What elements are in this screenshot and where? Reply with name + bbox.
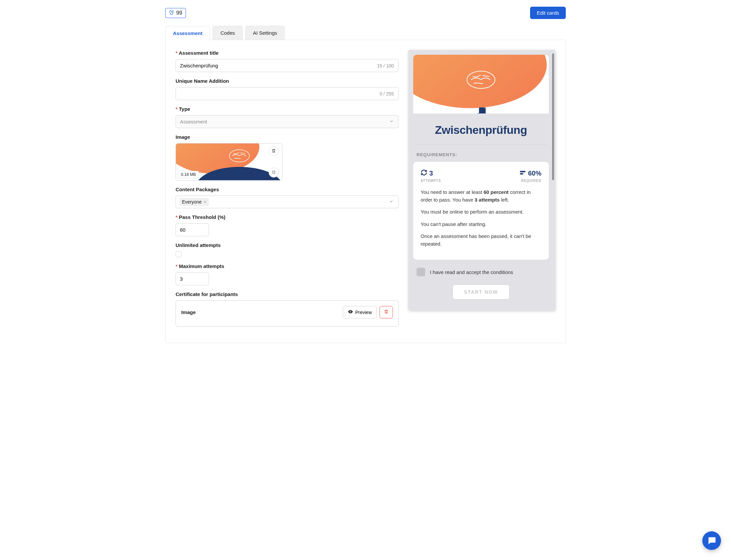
content-package-tag: Everyone ×	[179, 198, 209, 206]
brain-icon	[226, 148, 253, 164]
unlimited-attempts-label: Unlimited attempts	[176, 242, 399, 248]
pass-threshold-label: Pass Threshold (%)	[176, 214, 399, 220]
refresh-icon	[421, 169, 427, 178]
tabs: Assessment Codes AI Settings	[165, 26, 566, 40]
requirements-heading: Requirements:	[417, 152, 549, 157]
tab-codes[interactable]: Codes	[213, 26, 242, 40]
certificate-badge-icon	[474, 106, 488, 113]
svg-rect-6	[520, 173, 523, 175]
preview-header-image	[413, 55, 549, 113]
id-badge-value: 99	[176, 10, 182, 16]
preview-scrollbar[interactable]	[552, 53, 554, 180]
tag-remove-icon[interactable]: ×	[204, 199, 206, 205]
certificate-label: Certificate for participants	[176, 291, 399, 297]
required-value: 60%	[528, 170, 541, 177]
content-packages-label: Content Packages	[176, 187, 399, 192]
unique-name-counter: 0 / 255	[380, 91, 394, 96]
tab-assessment[interactable]: Assessment	[165, 26, 210, 40]
unique-name-input[interactable]	[176, 87, 399, 100]
assessment-title-input[interactable]	[176, 59, 399, 72]
type-label: Type	[176, 106, 399, 112]
id-badge: 99	[165, 8, 186, 18]
maximum-attempts-label: Maximum attempts	[176, 263, 399, 269]
pass-threshold-input[interactable]	[176, 223, 209, 236]
required-label: Required	[519, 179, 541, 183]
trash-icon	[271, 149, 276, 154]
start-now-button[interactable]: START NOW	[452, 284, 510, 300]
progress-icon	[519, 169, 526, 178]
consent-checkbox[interactable]	[417, 268, 425, 276]
preview-certificate-button[interactable]: Preview	[343, 306, 377, 318]
attempts-label: Attempts	[421, 179, 441, 183]
mobile-preview-frame: Zwischenprüfung Requirements: 3	[409, 50, 555, 310]
delete-certificate-button[interactable]	[380, 306, 393, 318]
delete-image-button[interactable]	[269, 146, 279, 156]
svg-rect-5	[520, 171, 526, 172]
content-packages-select[interactable]: Everyone ×	[176, 196, 399, 208]
attempts-value: 3	[429, 170, 433, 177]
unique-name-label: Unique Name Addition	[176, 78, 399, 84]
requirements-card: 3 Attempts 60%	[413, 162, 549, 260]
assessment-title-counter: 15 / 100	[377, 63, 394, 68]
image-label: Image	[176, 134, 399, 140]
eye-icon	[348, 309, 353, 315]
fingerprint-icon	[169, 10, 174, 16]
unlimited-attempts-checkbox[interactable]	[176, 251, 182, 257]
image-size-badge: 0.18 MB	[178, 171, 199, 178]
requirements-text: You need to answer at least 60 percent c…	[421, 189, 541, 248]
certificate-image-label: Image	[181, 309, 196, 315]
collapse-image-button[interactable]	[269, 168, 279, 178]
collapse-icon	[271, 170, 276, 176]
edit-cards-button[interactable]: Edit cards	[530, 7, 566, 19]
type-select[interactable]: Assessment	[176, 115, 399, 128]
consent-text: I have read and accept the conditions	[430, 269, 513, 275]
brain-icon	[464, 68, 498, 91]
assessment-title-label: Assessment title	[176, 50, 399, 56]
chevron-down-icon	[389, 199, 394, 205]
content-package-tag-label: Everyone	[182, 199, 202, 205]
tab-ai-settings[interactable]: AI Settings	[245, 26, 285, 40]
preview-button-label: Preview	[355, 310, 372, 315]
divider	[416, 145, 546, 145]
preview-title: Zwischenprüfung	[413, 123, 549, 136]
certificate-box: Image Preview	[176, 300, 399, 327]
image-preview[interactable]: 0.18 MB	[176, 143, 282, 181]
maximum-attempts-input[interactable]	[176, 272, 209, 285]
trash-icon	[384, 310, 389, 315]
